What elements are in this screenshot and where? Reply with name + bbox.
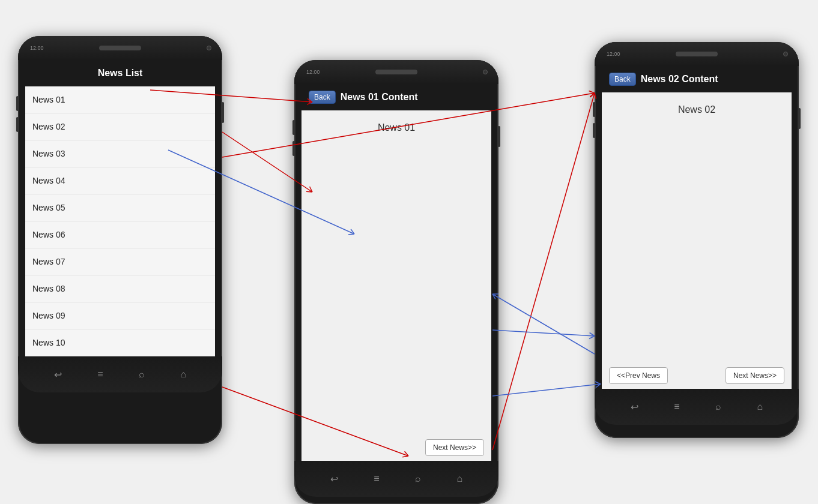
phone3-bottom-bar: ↩ ≡ ⌕ ⌂: [595, 389, 799, 425]
phone2-screen: Back News 01 Content News 01 Next News>>: [301, 84, 491, 461]
news-list-item-8[interactable]: News 08: [25, 275, 215, 302]
phone3-title: News 02 Content: [641, 74, 718, 85]
phone2-bottom-bar: ↩ ≡ ⌕ ⌂: [294, 461, 498, 497]
home-nav-icon[interactable]: ⌂: [181, 369, 187, 380]
phone3-back-button[interactable]: Back: [609, 73, 636, 86]
news-list-item-7[interactable]: News 07: [25, 248, 215, 275]
phone3-vol-down-btn[interactable]: [593, 123, 595, 138]
news-list-item-2[interactable]: News 02: [25, 113, 215, 140]
phone3-power-btn[interactable]: [798, 108, 801, 129]
phone3-back-nav-icon[interactable]: ↩: [631, 401, 638, 413]
phone-1: 12:00 News List News 01 News 02 News 03 …: [18, 36, 222, 444]
phone-speaker: [99, 46, 141, 50]
phone2-app-bar: Back News 01 Content: [301, 84, 491, 110]
phone3-app-bar: Back News 02 Content: [602, 66, 792, 92]
phone2-camera: [483, 70, 488, 74]
phone2-home-nav-icon[interactable]: ⌂: [457, 473, 463, 484]
phone1-app-bar: News List: [25, 60, 215, 86]
news-list-item-1[interactable]: News 01: [25, 86, 215, 113]
phone1-screen: News List News 01 News 02 News 03 News 0…: [25, 60, 215, 356]
phone-3: 12:00 Back News 02 Content News 02 <<Pre…: [595, 42, 799, 438]
power-btn[interactable]: [222, 102, 224, 123]
phone-camera: [207, 46, 211, 50]
phone2-content-area: News 01: [301, 110, 491, 434]
phone3-status: 12:00: [607, 51, 620, 57]
phone3-search-nav-icon[interactable]: ⌕: [715, 401, 721, 412]
news-list-item-10[interactable]: News 10: [25, 329, 215, 356]
vol-up-btn[interactable]: [16, 96, 19, 111]
news-list-item-4[interactable]: News 04: [25, 167, 215, 194]
phone2-power-btn[interactable]: [498, 126, 500, 147]
back-nav-icon[interactable]: ↩: [54, 369, 62, 380]
phone-top-bar: 12:00: [18, 36, 222, 60]
news-list-item-6[interactable]: News 06: [25, 221, 215, 248]
news-list-item-9[interactable]: News 09: [25, 302, 215, 329]
phone2-back-button[interactable]: Back: [309, 91, 336, 104]
news-list-item-3[interactable]: News 03: [25, 140, 215, 167]
phone3-camera: [783, 52, 788, 56]
phone3-top-bar: 12:00: [595, 42, 799, 66]
news-list: News 01 News 02 News 03 News 04 News 05 …: [25, 86, 215, 356]
phone3-speaker: [676, 52, 718, 56]
menu-nav-icon[interactable]: ≡: [97, 369, 103, 380]
phone3-home-nav-icon[interactable]: ⌂: [757, 401, 763, 412]
news-list-item-5[interactable]: News 05: [25, 194, 215, 221]
phone2-title: News 01 Content: [341, 92, 418, 103]
phone2-vol-up-btn[interactable]: [292, 120, 295, 135]
phone-2: 12:00 Back News 01 Content News 01 Next …: [294, 60, 498, 504]
phone2-menu-nav-icon[interactable]: ≡: [374, 473, 379, 484]
phone2-vol-down-btn[interactable]: [292, 141, 295, 156]
phone3-content-text: News 02: [678, 104, 715, 115]
phone3-content-area: News 02: [602, 92, 792, 362]
phone-status: 12:00: [30, 45, 44, 51]
phone3-footer: <<Prev News Next News>>: [602, 362, 792, 389]
phone2-search-nav-icon[interactable]: ⌕: [415, 473, 421, 484]
phone3-next-button[interactable]: Next News>>: [726, 367, 784, 384]
vol-down-btn[interactable]: [16, 117, 19, 132]
phone1-title: News List: [32, 68, 208, 79]
phone2-next-button[interactable]: Next News>>: [425, 439, 484, 456]
phone3-vol-up-btn[interactable]: [593, 102, 595, 117]
phone2-footer: Next News>>: [301, 434, 491, 461]
phone2-top-bar: 12:00: [294, 60, 498, 84]
phone2-speaker: [375, 70, 417, 74]
phone2-content-text: News 01: [378, 122, 415, 133]
phone3-screen: Back News 02 Content News 02 <<Prev News…: [602, 66, 792, 389]
phone3-prev-button[interactable]: <<Prev News: [609, 367, 668, 384]
search-nav-icon[interactable]: ⌕: [139, 369, 145, 380]
phone1-bottom-bar: ↩ ≡ ⌕ ⌂: [18, 356, 222, 392]
phone3-menu-nav-icon[interactable]: ≡: [674, 401, 679, 412]
phone2-back-nav-icon[interactable]: ↩: [330, 473, 338, 485]
phone2-status: 12:00: [306, 69, 320, 75]
